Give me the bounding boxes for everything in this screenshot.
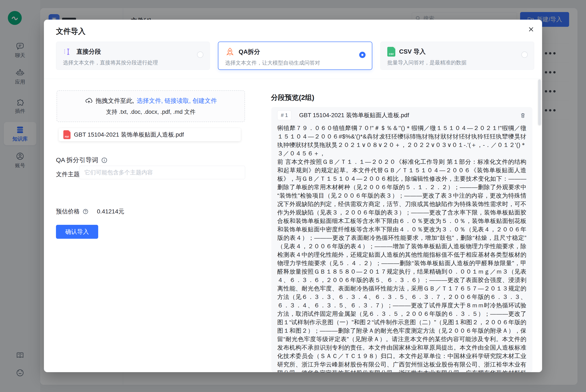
mode-title: CSV 导入 [399,48,426,56]
import-mode-cards: 直接分段 选择文本文件，直接将其按分段进行处理 QA拆分 选择文本文件，让大模型… [56,42,534,70]
dropzone-text: 拖拽文件至此, [96,97,134,105]
dropzone-support-text: 支持 .txt, .doc, .docx, .pdf, .md 文件 [106,108,196,116]
mode-card-csv-import[interactable]: CSV CSV 导入 批量导入问答对，是最精准的数据 [380,42,534,70]
dialog-scrollbar[interactable] [538,79,541,125]
price-value: 0.41214元 [97,208,124,216]
preview-paragraph: 前 言本文件按照ＧＢ／Ｔ１．１—２０２０《标准化工作导则 第１部分：标准化文件的… [277,158,526,372]
radio-selected[interactable] [359,52,366,58]
dialog-divider [44,79,542,79]
close-icon [527,26,535,33]
mode-card-direct-segment[interactable]: 直接分段 选择文本文件，直接将其按分段进行处理 [56,42,210,70]
preview-paragraph: 犐犆犛７９．０６０犆犆犛犅７０!"＃＄％＆''()＊犌犅／犜１５１０４—２０２１… [277,124,526,158]
upload-cloud-icon [85,97,93,105]
delete-segment-button[interactable] [520,112,526,118]
mode-desc: 批量导入问答对，是最精准的数据 [387,59,534,66]
dialog-title: 文件导入 [56,26,86,36]
uploaded-file-name: GBT 15104-2021 装饰单板贴面人造板.pdf [74,131,184,139]
mode-title: QA拆分 [239,48,260,56]
close-button[interactable] [527,25,535,34]
radio-unselected[interactable] [521,52,528,58]
topic-input[interactable] [79,166,245,179]
mode-desc: 选择文本文件，直接将其按分段进行处理 [63,59,210,66]
mode-card-qa-split[interactable]: QA拆分 选择文本文件，让大模型自动生成问答对 [218,42,372,70]
trash-icon [520,112,526,118]
topic-label: 文件主题 [56,170,80,178]
dropzone-links[interactable]: 选择文件, 链接读取, 创建文件 [137,97,217,105]
uploaded-file-item[interactable]: PDF GBT 15104-2021 装饰单板贴面人造板.pdf [59,128,241,141]
csv-file-icon: CSV [387,47,395,56]
segment-index-chip: # 1 [277,110,291,120]
help-icon[interactable] [83,208,89,214]
file-dropzone[interactable]: 拖拽文件至此, 选择文件, 链接读取, 创建文件 支持 .txt, .doc, … [57,90,245,122]
segment-preview-card: # 1 GBT 15104-2021 装饰单板贴面人造板.pdf 犐犆犛７９．０… [271,107,532,372]
confirm-import-button[interactable]: 确认导入 [56,225,98,239]
radio-unselected[interactable] [197,52,203,58]
mode-title: 直接分段 [77,48,101,56]
preview-title: 分段预览(2组) [271,93,314,102]
segment-preview-text: 犐犆犛７９．０６０犆犆犛犅７０!"＃＄％＆''()＊犌犅／犜１５１０４—２０２１… [271,120,532,372]
rocket-icon [225,47,235,57]
mode-desc: 选择文本文件，让大模型自动生成问答对 [225,59,372,66]
qa-prompt-label: QA 拆分引导词 [56,156,98,164]
price-label: 预估价格 [56,208,80,216]
segment-file-name: GBT 15104-2021 装饰单板贴面人造板.pdf [299,111,409,119]
file-import-dialog: 文件导入 直接分段 选择文本文件，直接将其按分段进行处理 [44,20,542,372]
info-icon[interactable] [101,157,108,164]
pdf-file-icon: PDF [63,130,71,139]
text-cursor-icon [63,47,73,56]
